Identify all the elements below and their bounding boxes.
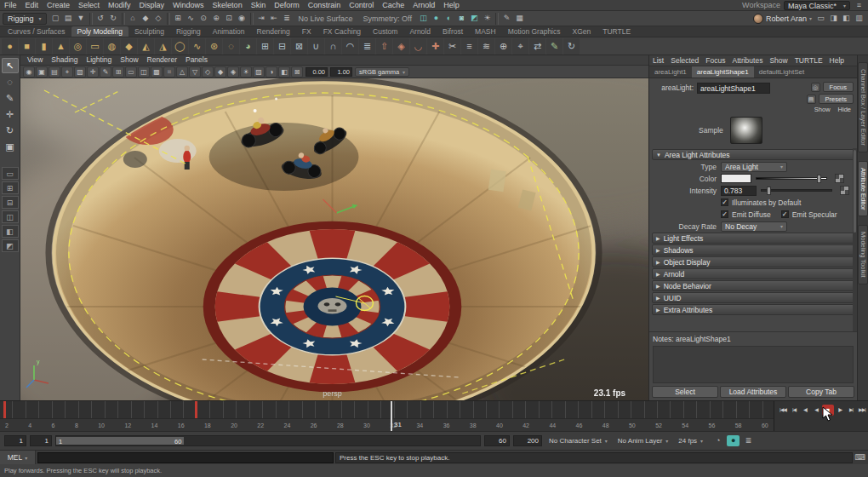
playback-start-field[interactable]: 1: [30, 435, 52, 446]
workspace-selector[interactable]: Maya Classic*▾: [784, 1, 850, 10]
multi-cut-icon[interactable]: ✂: [444, 38, 460, 55]
redo-icon[interactable]: ↻: [107, 12, 120, 25]
render-settings-icon[interactable]: ◙: [455, 12, 468, 25]
intensity-map-button[interactable]: [840, 186, 849, 195]
camera-attributes-icon[interactable]: ▤: [49, 66, 60, 78]
select-camera-icon[interactable]: ◉: [23, 66, 35, 78]
content-browser-icon[interactable]: ▦: [513, 12, 526, 25]
field-chart-icon[interactable]: ⌗: [163, 66, 175, 78]
stop-playback-button[interactable]: ■: [822, 405, 834, 416]
panel-menu-item[interactable]: Shading: [47, 55, 82, 65]
playhead[interactable]: 31: [391, 401, 392, 432]
menu-item[interactable]: Control: [345, 0, 378, 10]
attribute-editor-menu-item[interactable]: Show: [766, 55, 791, 66]
target-weld-icon[interactable]: ⌖: [512, 38, 528, 55]
layout-two-stacked[interactable]: ⊟: [2, 196, 19, 209]
grease-pencil-icon[interactable]: ✎: [100, 66, 111, 78]
light-editor-icon[interactable]: ☀: [481, 12, 494, 25]
polygon-gear-icon[interactable]: ⊛: [206, 38, 222, 55]
section-area-light-attributes[interactable]: ▼ Area Light Attributes: [652, 149, 854, 160]
menu-item[interactable]: Windows: [168, 0, 208, 10]
user-name[interactable]: Robert Aran: [766, 14, 807, 23]
offset-edge-loop-icon[interactable]: ≋: [478, 38, 494, 55]
subdivide-icon[interactable]: ≣: [359, 38, 375, 55]
panel-menu-item[interactable]: Renderer: [143, 55, 181, 65]
render-current-frame-icon[interactable]: ●: [430, 12, 443, 25]
shelf-tab[interactable]: Arnold: [403, 26, 437, 37]
shelf-tab[interactable]: Poly Modeling: [71, 26, 128, 37]
select-tool[interactable]: ↖: [2, 58, 19, 73]
polygon-torus-icon[interactable]: ◎: [70, 38, 86, 55]
animation-end-field[interactable]: 200: [513, 435, 542, 446]
select-button[interactable]: Select: [652, 386, 718, 398]
xray-icon[interactable]: ◧: [278, 66, 290, 78]
snap-grid-icon[interactable]: ⊞: [172, 12, 185, 25]
polygon-pipe-icon[interactable]: ◯: [172, 38, 188, 55]
layout-two-side-by-side[interactable]: ◫: [2, 210, 19, 223]
shelf-tab[interactable]: Rendering: [251, 26, 296, 37]
append-polygon-icon[interactable]: ✚: [427, 38, 443, 55]
layout-four-pane[interactable]: ⊞: [2, 181, 19, 194]
layout-hypershade-persp[interactable]: ◩: [2, 239, 19, 252]
go-to-start-button[interactable]: |◀◀: [778, 405, 788, 416]
shelf-tab[interactable]: FX Caching: [317, 26, 367, 37]
step-forward-frame-button[interactable]: |▶: [835, 405, 845, 416]
focus-icon[interactable]: ◎: [811, 83, 820, 92]
bridge-icon[interactable]: ◡: [410, 38, 426, 55]
collapsed-attribute-section[interactable]: ▶ Arnold: [652, 268, 854, 279]
input-connections-icon[interactable]: ⇥: [255, 12, 268, 25]
shelf-tab[interactable]: Rigging: [170, 26, 207, 37]
collapsed-attribute-section[interactable]: ▶ UUID: [652, 292, 854, 303]
select-component-icon[interactable]: ◇: [152, 12, 165, 25]
play-backwards-button[interactable]: ◀: [811, 405, 821, 416]
hide-button[interactable]: Hide: [836, 106, 854, 113]
live-surface-label[interactable]: No Live Surface: [294, 14, 358, 23]
ambient-occlusion-icon[interactable]: ◑: [266, 66, 277, 78]
attribute-editor-menu-item[interactable]: Selected: [667, 55, 702, 66]
boolean-union-icon[interactable]: ∪: [308, 38, 324, 55]
node-tab[interactable]: defaultLightSet: [754, 66, 809, 78]
exposure-field[interactable]: 0.00: [306, 67, 328, 77]
polygon-cylinder-icon[interactable]: ▮: [36, 38, 52, 55]
polygon-pyramid-icon[interactable]: ◭: [138, 38, 154, 55]
collapsed-attribute-section[interactable]: ▶ Extra Attributes: [652, 304, 854, 315]
move-tool[interactable]: ✛: [2, 106, 19, 122]
collapsed-attribute-section[interactable]: ▶ Light Effects: [652, 233, 854, 244]
menu-item[interactable]: Constrain: [304, 0, 345, 10]
menu-item[interactable]: Cache: [378, 0, 408, 10]
menu-item[interactable]: Help: [439, 0, 464, 10]
resolution-gate-icon[interactable]: ◫: [138, 66, 150, 78]
illuminates-checkbox[interactable]: ✓: [721, 198, 728, 206]
color-map-button[interactable]: [835, 174, 844, 183]
attribute-editor-scrollbar[interactable]: [853, 148, 857, 331]
attribute-editor-menu-item[interactable]: TURTLE: [791, 55, 826, 66]
polygon-cone-icon[interactable]: ▲: [53, 38, 69, 55]
select-hierarchy-icon[interactable]: ⌂: [127, 12, 140, 25]
save-scene-icon[interactable]: ▼: [75, 12, 88, 25]
auto-keyframe-icon[interactable]: ●: [727, 435, 740, 446]
undo-icon[interactable]: ↺: [94, 12, 107, 25]
range-slider[interactable]: 1 60: [55, 435, 481, 446]
output-connections-icon[interactable]: ⇤: [268, 12, 281, 25]
menu-item[interactable]: Create: [43, 0, 74, 10]
panel-menu-item[interactable]: Show: [116, 55, 142, 65]
use-all-lights-icon[interactable]: ☀: [240, 66, 252, 78]
colorspace-dropdown[interactable]: sRGB gamma▾: [355, 67, 409, 77]
playback-end-field[interactable]: 60: [484, 435, 510, 446]
show-button[interactable]: Show: [812, 106, 833, 113]
attribute-editor-menu-item[interactable]: List: [649, 55, 667, 66]
sculpt-icon[interactable]: ◕: [240, 38, 256, 55]
menu-item[interactable]: Deform: [270, 0, 304, 10]
shelf-tab[interactable]: Motion Graphics: [502, 26, 567, 37]
snap-point-icon[interactable]: ⊙: [197, 12, 210, 25]
emit-specular-checkbox[interactable]: ✓: [781, 210, 789, 218]
open-render-view-icon[interactable]: ◫: [417, 12, 430, 25]
lasso-select-tool[interactable]: ◌: [2, 74, 19, 89]
shelf-tab[interactable]: FX: [296, 26, 317, 37]
menu-item[interactable]: Display: [135, 0, 169, 10]
attribute-editor-toggle-icon[interactable]: ◨: [827, 12, 840, 25]
select-object-icon[interactable]: ◆: [140, 12, 152, 25]
playback-speed-icon[interactable]: ◔: [711, 435, 724, 446]
wireframe-icon[interactable]: ◇: [202, 66, 214, 78]
layout-single-pane[interactable]: ▭: [2, 167, 19, 180]
